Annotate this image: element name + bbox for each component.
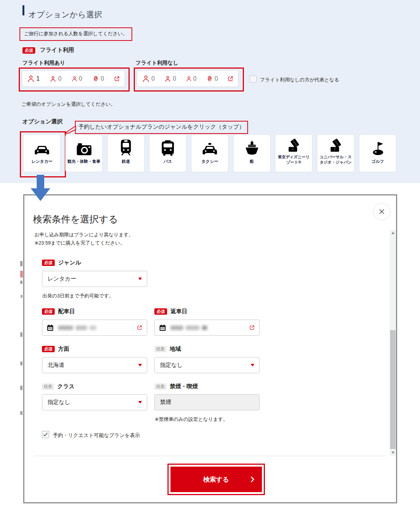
small-person-icon xyxy=(186,76,192,82)
optional-badge: 任意 xyxy=(154,383,166,390)
required-badge: 必須 xyxy=(42,308,55,315)
down-arrow-annotation xyxy=(31,175,50,201)
search-button-label: 検索する xyxy=(203,475,229,484)
category-card-ship[interactable]: 船 xyxy=(233,134,271,172)
scroll-up-button[interactable] xyxy=(390,232,396,234)
category-card-taxi[interactable]: タクシー xyxy=(191,134,229,172)
required-badge: 必須 xyxy=(42,260,55,266)
genre-select[interactable]: レンタカー xyxy=(42,271,147,287)
background-fragment xyxy=(20,281,22,284)
category-card-sightseeing[interactable]: 観光・体験・食事 xyxy=(65,134,103,172)
with-flight-passenger-counter[interactable]: 1 0 0 0 xyxy=(22,70,125,87)
option-note: ご希望のオプションを選択してください。 xyxy=(21,101,115,108)
counter-small-child[interactable]: 0 xyxy=(186,75,197,82)
category-card-tokyo-disney-resort[interactable]: 東京ディズニーリゾート® xyxy=(275,134,312,172)
background-fragment xyxy=(20,332,22,337)
return-date-field[interactable] xyxy=(154,320,260,336)
external-link-icon[interactable] xyxy=(227,76,233,82)
representative-checkbox[interactable] xyxy=(250,75,257,83)
redacted-date-text xyxy=(76,326,87,330)
direction-select[interactable]: 北海道 xyxy=(42,357,147,373)
required-badge: 必須 xyxy=(22,47,35,54)
infant-icon xyxy=(206,75,213,82)
show-plans-checkbox[interactable] xyxy=(42,431,49,438)
deadline-note-line1: お申し込み期限はプランにより異なります。 xyxy=(34,231,133,239)
search-button-annotation-ring: 検索する xyxy=(167,464,265,495)
counter-adult[interactable]: 0 xyxy=(142,75,155,83)
class-label-row: 任意 クラス xyxy=(42,383,75,390)
small-child-count: 0 xyxy=(193,75,197,82)
redacted-date-text xyxy=(202,326,207,330)
external-link-icon[interactable] xyxy=(249,325,255,330)
check-icon xyxy=(43,432,48,437)
required-badge: 必須 xyxy=(154,308,167,315)
caret-down-icon xyxy=(138,364,142,366)
category-card-rentacar[interactable]: レンタカー xyxy=(23,134,61,172)
taxi-icon xyxy=(201,139,218,156)
infant-count: 0 xyxy=(101,75,104,82)
counter-child[interactable]: 0 xyxy=(164,75,176,82)
car-icon xyxy=(33,139,51,156)
pickup-date-label: 配車日 xyxy=(58,308,75,315)
close-button[interactable] xyxy=(373,203,390,220)
redacted-date-text xyxy=(58,326,73,330)
small-child-count: 0 xyxy=(79,75,82,82)
genre-value: レンタカー xyxy=(48,275,76,282)
optional-badge: 任意 xyxy=(42,383,54,390)
return-date-label-row: 必須 返車日 xyxy=(154,308,187,315)
category-card-bus[interactable]: バス xyxy=(149,134,187,172)
bus-icon xyxy=(160,139,175,156)
modal-scrollbar[interactable] xyxy=(390,230,396,456)
area-value: 指定なし xyxy=(160,362,183,369)
scrollbar-thumb[interactable] xyxy=(390,330,396,449)
background-fragment xyxy=(21,295,22,298)
search-button[interactable]: 検索する xyxy=(170,467,262,492)
external-link-icon[interactable] xyxy=(114,76,120,82)
caret-down-icon xyxy=(251,364,254,366)
show-plans-checkbox-label: 予約・リクエスト可能なプランを表示 xyxy=(53,432,140,439)
flight-usage-label: フライト利用 xyxy=(40,47,74,53)
small-person-icon xyxy=(72,76,78,82)
adult-count: 1 xyxy=(36,75,40,82)
calendar-icon xyxy=(159,324,166,331)
people-select-note: ご旅行に参加される人数を選択してください。 xyxy=(19,27,132,41)
camera-icon xyxy=(76,139,92,156)
counter-small-child[interactable]: 0 xyxy=(72,75,82,82)
class-value: 指定なし xyxy=(48,399,70,406)
category-card-golf[interactable]: ゴルフ xyxy=(359,134,396,172)
external-link-icon[interactable] xyxy=(137,325,142,330)
counter-adult[interactable]: 1 xyxy=(27,75,40,83)
category-label: タクシー xyxy=(200,159,220,164)
redacted-date-text xyxy=(90,326,96,330)
redacted-date-text xyxy=(186,326,199,330)
category-label: ゴルフ xyxy=(370,159,385,164)
category-card-railway[interactable]: 鉄道 xyxy=(107,134,145,172)
child-person-icon xyxy=(49,75,57,82)
without-flight-passenger-counter[interactable]: 0 0 0 0 xyxy=(137,70,239,87)
class-select[interactable]: 指定なし xyxy=(42,394,147,410)
area-select[interactable]: 指定なし xyxy=(154,357,260,373)
caret-down-icon xyxy=(138,401,142,404)
redacted-date-text xyxy=(170,326,183,330)
child-person-icon xyxy=(164,75,171,82)
background-fragment xyxy=(20,362,22,365)
category-label: ユニバーサル・スタジオ・ジャパン xyxy=(317,155,354,165)
caret-down-icon xyxy=(138,278,142,280)
category-label: 船 xyxy=(249,159,255,164)
pickup-date-field[interactable] xyxy=(42,320,147,336)
counter-child[interactable]: 0 xyxy=(49,75,61,82)
triangle-up-icon xyxy=(392,232,395,234)
deadline-note-line2: ※23:59までに購入を完了してください。 xyxy=(34,239,133,247)
scroll-down-button[interactable] xyxy=(390,452,396,454)
child-count: 0 xyxy=(58,75,61,82)
smoking-label-row: 任意 禁煙・喫煙 xyxy=(154,383,198,390)
direction-value: 北海道 xyxy=(48,362,64,369)
train-icon xyxy=(119,139,133,156)
counter-infant[interactable]: 0 xyxy=(92,75,104,82)
modal-title: 検索条件を選択する xyxy=(33,213,118,225)
category-label: バス xyxy=(163,159,173,164)
counter-infant[interactable]: 0 xyxy=(206,75,218,82)
category-card-universal-studios-japan[interactable]: ユニバーサル・スタジオ・ジャパン xyxy=(317,134,354,172)
option-select-label: オプション選択 xyxy=(22,118,63,125)
calendar-icon xyxy=(47,324,54,331)
